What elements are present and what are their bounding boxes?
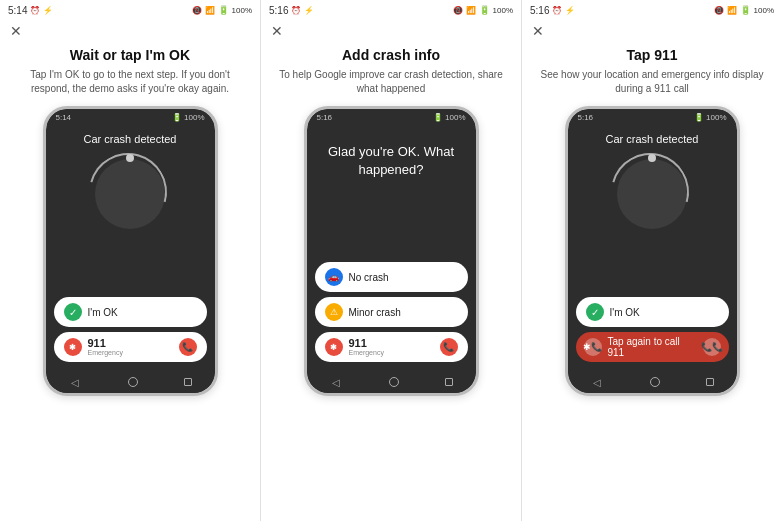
panel-title-2: Add crash info xyxy=(275,46,507,64)
signal-blocked-icon: 📵 xyxy=(192,6,202,15)
glad-text: Glad you're OK. What happened? xyxy=(307,133,476,179)
alarm-icon: ⏰ xyxy=(30,6,40,15)
panel-desc-2: To help Google improve car crash detecti… xyxy=(275,68,507,96)
nine-one-one-btn-2[interactable]: ✱ 911 Emergency xyxy=(315,332,468,362)
minor-crash-btn[interactable]: ⚠ Minor crash xyxy=(315,297,468,327)
phone-screen-1: 5:14 🔋 100% Car crash detected I'm OK ✱ xyxy=(46,109,215,393)
phone-nav-1: ◁ xyxy=(46,371,215,393)
phone-mockup-2: 5:16 🔋 100% Glad you're OK. What happene… xyxy=(304,106,479,396)
home-btn-3[interactable] xyxy=(650,377,660,387)
phone-content-2: Glad you're OK. What happened? xyxy=(307,125,476,262)
call-icon-2 xyxy=(440,338,458,356)
ok-icon-3 xyxy=(586,303,604,321)
status-time-3: 5:16 ⏰ ⚡ xyxy=(530,5,575,16)
call-icon-1 xyxy=(179,338,197,356)
battery-icon: 🔋 xyxy=(218,5,229,15)
close-row-1: ✕ xyxy=(0,20,260,42)
sos-icon-1: ✱ xyxy=(64,338,82,356)
detected-text-3: Car crash detected xyxy=(606,133,699,145)
phone-nav-2: ◁ xyxy=(307,371,476,393)
signal-blocked-icon-2: 📵 xyxy=(453,6,463,15)
panel-title-3: Tap 911 xyxy=(536,46,768,64)
close-button-1[interactable]: ✕ xyxy=(10,24,22,38)
flash-icon: ⚡ xyxy=(43,6,53,15)
nine-one-one-label-1: 911 Emergency xyxy=(88,337,123,357)
panel-tap-911: 5:16 ⏰ ⚡ 📵 📶 🔋 100% ✕ Tap 911 See how yo… xyxy=(522,0,782,521)
nine-one-one-btn-1[interactable]: ✱ 911 Emergency xyxy=(54,332,207,362)
tap-again-btn[interactable]: ✱ Tap again to call 911 📞 xyxy=(576,332,729,362)
panel-desc-1: Tap I'm OK to go to the next step. If yo… xyxy=(14,68,246,96)
recent-btn-2[interactable] xyxy=(445,378,453,386)
panel-wait-ok: 5:14 ⏰ ⚡ 📵 📶 🔋 100% ✕ Wait or tap I'm OK… xyxy=(0,0,261,521)
back-btn-3[interactable]: ◁ xyxy=(590,375,604,389)
wifi-icon-3: 📶 xyxy=(727,6,737,15)
phone-bottom-3: I'm OK ✱ Tap again to call 911 📞 xyxy=(568,297,737,371)
phone-mockup-3: 5:16 🔋 100% Car crash detected I'm OK ✱ xyxy=(565,106,740,396)
sos-icon-3: ✱ xyxy=(584,338,602,356)
detected-text-1: Car crash detected xyxy=(84,133,177,145)
flash-icon-3: ⚡ xyxy=(565,6,575,15)
phone-content-3: Car crash detected xyxy=(568,125,737,297)
no-crash-btn[interactable]: 🚗 No crash xyxy=(315,262,468,292)
status-icons-2: 📵 📶 🔋 100% xyxy=(453,5,513,15)
recent-btn-1[interactable] xyxy=(184,378,192,386)
title-area-2: Add crash info To help Google improve ca… xyxy=(261,42,521,100)
im-ok-label-1: I'm OK xyxy=(88,307,118,318)
alarm-icon-3: ⏰ xyxy=(552,6,562,15)
status-time-1: 5:14 ⏰ ⚡ xyxy=(8,5,53,16)
panel-desc-3: See how your location and emergency info… xyxy=(536,68,768,96)
home-btn-2[interactable] xyxy=(389,377,399,387)
phone-status-3: 5:16 🔋 100% xyxy=(568,109,737,125)
alarm-icon-2: ⏰ xyxy=(291,6,301,15)
circle-indicator-3 xyxy=(617,159,687,229)
status-icons-3: 📵 📶 🔋 100% xyxy=(714,5,774,15)
close-button-2[interactable]: ✕ xyxy=(271,24,283,38)
recent-btn-3[interactable] xyxy=(706,378,714,386)
tap-again-label: Tap again to call 911 xyxy=(608,336,699,358)
status-bar-1: 5:14 ⏰ ⚡ 📵 📶 🔋 100% xyxy=(0,0,260,20)
im-ok-btn-3[interactable]: I'm OK xyxy=(576,297,729,327)
phone-status-1: 5:14 🔋 100% xyxy=(46,109,215,125)
close-row-3: ✕ xyxy=(522,20,782,42)
battery-icon-3: 🔋 xyxy=(740,5,751,15)
flash-icon-2: ⚡ xyxy=(304,6,314,15)
phone-nav-3: ◁ xyxy=(568,371,737,393)
phone-screen-3: 5:16 🔋 100% Car crash detected I'm OK ✱ xyxy=(568,109,737,393)
back-btn-1[interactable]: ◁ xyxy=(68,375,82,389)
phone-bottom-1: I'm OK ✱ 911 Emergency xyxy=(46,297,215,371)
minor-crash-icon: ⚠ xyxy=(325,303,343,321)
phone-bottom-2: 🚗 No crash ⚠ Minor crash ✱ 911 Emergency xyxy=(307,262,476,371)
im-ok-label-3: I'm OK xyxy=(610,307,640,318)
ok-icon-1 xyxy=(64,303,82,321)
status-bar-3: 5:16 ⏰ ⚡ 📵 📶 🔋 100% xyxy=(522,0,782,20)
minor-crash-label: Minor crash xyxy=(349,307,401,318)
battery-icon-2: 🔋 xyxy=(479,5,490,15)
circle-dot-3 xyxy=(648,154,656,162)
call-icon-3: 📞 xyxy=(703,338,721,356)
back-btn-2[interactable]: ◁ xyxy=(329,375,343,389)
phone-mockup-1: 5:14 🔋 100% Car crash detected I'm OK ✱ xyxy=(43,106,218,396)
title-area-3: Tap 911 See how your location and emerge… xyxy=(522,42,782,100)
im-ok-btn-1[interactable]: I'm OK xyxy=(54,297,207,327)
circle-indicator-1 xyxy=(95,159,165,229)
signal-blocked-icon-3: 📵 xyxy=(714,6,724,15)
sos-icon-2: ✱ xyxy=(325,338,343,356)
status-time-2: 5:16 ⏰ ⚡ xyxy=(269,5,314,16)
close-row-2: ✕ xyxy=(261,20,521,42)
circle-dot-1 xyxy=(126,154,134,162)
wifi-icon-2: 📶 xyxy=(466,6,476,15)
panel-crash-info: 5:16 ⏰ ⚡ 📵 📶 🔋 100% ✕ Add crash info To … xyxy=(261,0,522,521)
phone-content-1: Car crash detected xyxy=(46,125,215,297)
status-bar-2: 5:16 ⏰ ⚡ 📵 📶 🔋 100% xyxy=(261,0,521,20)
title-area-1: Wait or tap I'm OK Tap I'm OK to go to t… xyxy=(0,42,260,100)
panel-title-1: Wait or tap I'm OK xyxy=(14,46,246,64)
status-icons-1: 📵 📶 🔋 100% xyxy=(192,5,252,15)
no-crash-label: No crash xyxy=(349,272,389,283)
close-button-3[interactable]: ✕ xyxy=(532,24,544,38)
nine-one-one-label-2: 911 Emergency xyxy=(349,337,384,357)
wifi-icon: 📶 xyxy=(205,6,215,15)
no-crash-icon: 🚗 xyxy=(325,268,343,286)
home-btn-1[interactable] xyxy=(128,377,138,387)
phone-status-2: 5:16 🔋 100% xyxy=(307,109,476,125)
phone-screen-2: 5:16 🔋 100% Glad you're OK. What happene… xyxy=(307,109,476,393)
